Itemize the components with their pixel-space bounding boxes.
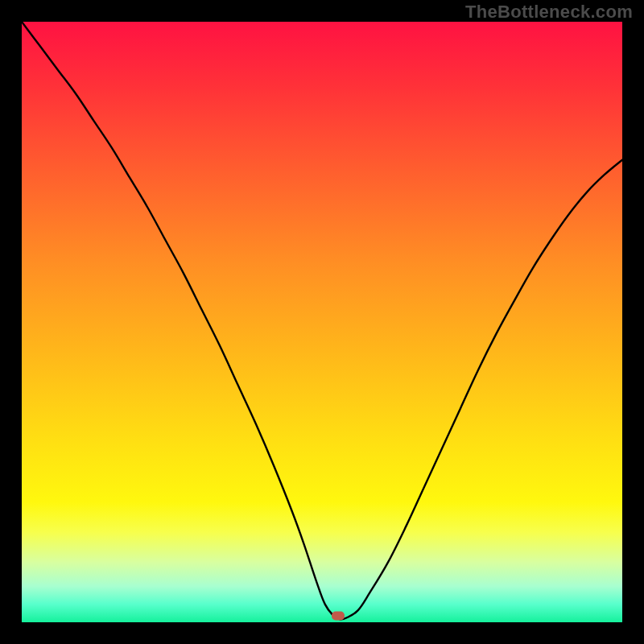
watermark-text: TheBottleneck.com bbox=[465, 2, 633, 23]
bottleneck-curve bbox=[22, 22, 622, 622]
optimum-marker bbox=[332, 612, 345, 621]
chart-frame: TheBottleneck.com bbox=[0, 0, 644, 644]
